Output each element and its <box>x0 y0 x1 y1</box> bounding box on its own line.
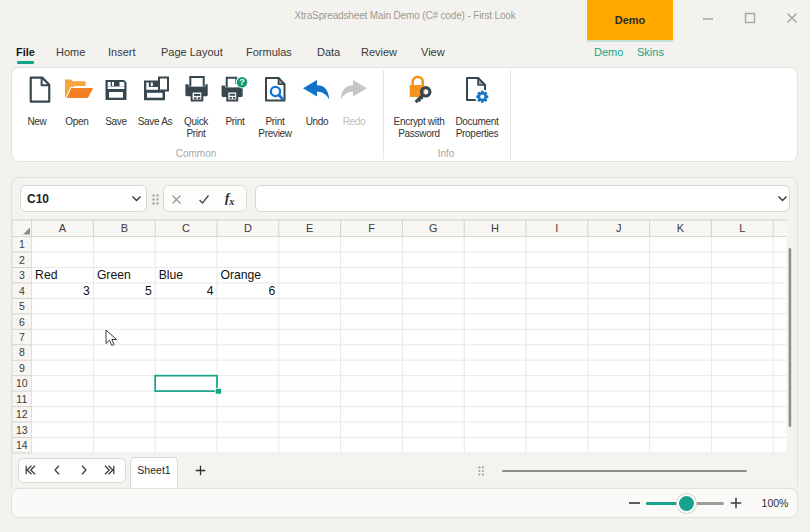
svg-text:K: K <box>677 222 685 234</box>
svg-text:H: H <box>491 222 499 234</box>
svg-text:Orange: Orange <box>221 268 262 282</box>
svg-text:Red: Red <box>35 268 57 282</box>
svg-text:5: 5 <box>19 300 25 312</box>
svg-text:7: 7 <box>19 331 25 343</box>
svg-text:D: D <box>244 222 252 234</box>
svg-text:4: 4 <box>19 285 25 297</box>
svg-text:8: 8 <box>19 346 25 358</box>
svg-text:Green: Green <box>97 268 131 282</box>
svg-text:E: E <box>306 222 313 234</box>
svg-text:6: 6 <box>19 316 25 328</box>
svg-text:L: L <box>739 222 745 234</box>
svg-text:B: B <box>121 222 128 234</box>
svg-text:6: 6 <box>269 284 276 298</box>
svg-text:11: 11 <box>16 393 27 405</box>
svg-text:9: 9 <box>19 362 25 374</box>
svg-text:Blue: Blue <box>159 268 184 282</box>
svg-text:3: 3 <box>83 284 90 298</box>
svg-text:C: C <box>182 222 190 234</box>
svg-text:4: 4 <box>207 284 214 298</box>
svg-text:F: F <box>368 222 375 234</box>
svg-text:1: 1 <box>19 238 25 250</box>
svg-text:13: 13 <box>16 424 28 436</box>
svg-text:2: 2 <box>19 254 25 266</box>
svg-text:J: J <box>616 222 622 234</box>
svg-text:5: 5 <box>145 284 152 298</box>
svg-text:3: 3 <box>19 269 25 281</box>
svg-text:I: I <box>555 222 558 234</box>
svg-text:A: A <box>59 222 67 234</box>
svg-text:12: 12 <box>16 408 28 420</box>
svg-text:14: 14 <box>16 439 28 451</box>
svg-text:G: G <box>429 222 438 234</box>
svg-text:10: 10 <box>16 377 28 389</box>
